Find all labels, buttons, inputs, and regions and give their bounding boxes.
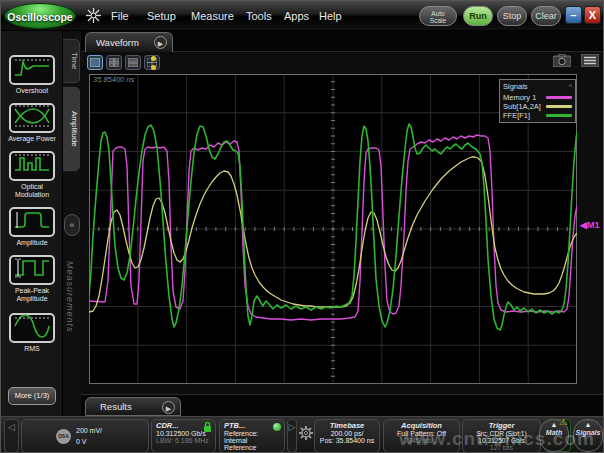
measurement-average-power[interactable]: Average Power	[6, 103, 58, 143]
screenshot-camera-icon[interactable]	[553, 53, 571, 71]
legend-row-memory1[interactable]: Memory 1	[503, 93, 572, 102]
tab-results[interactable]: Results ▶	[85, 397, 181, 416]
plot-menu-icon[interactable]	[581, 53, 599, 71]
waveform-tab-bar: Waveform ▶	[81, 31, 604, 52]
measurement-label: Amplitude	[6, 239, 58, 247]
measurement-label: Optical Modulation	[6, 183, 58, 199]
average-power-icon	[13, 104, 51, 132]
cdr-lock-icon	[203, 421, 212, 433]
math-button[interactable]: ▲ Math ⚠	[539, 419, 569, 452]
menu-setup[interactable]: Setup	[147, 1, 176, 31]
auto-scale-label-2: Scale	[420, 17, 456, 24]
measurement-peak-peak-amplitude[interactable]: Peak-Peak Amplitude	[6, 255, 58, 303]
ptb-line2: Internal Reference	[224, 437, 280, 451]
measurement-overshoot[interactable]: Overshoot	[6, 55, 58, 95]
measurement-label: Overshoot	[6, 87, 58, 95]
auto-scale-button[interactable]: Auto Scale	[419, 6, 457, 26]
marker-label: M1	[587, 220, 600, 230]
acquisition-line2: 2345 pts/...	[388, 437, 455, 444]
memory1-ground-marker[interactable]: ◀M1	[580, 220, 599, 230]
trigger-panel[interactable]: Trigger Src: CDR (Slot 1) 10.312507 Gb/s…	[462, 419, 541, 453]
acquisition-panel[interactable]: Acquisition Full Pattern: Off 2345 pts/.…	[383, 419, 460, 453]
tab-amplitude[interactable]: Amplitude	[63, 87, 80, 171]
auto-scale-label-1: Auto	[420, 10, 456, 17]
timebase-per-div: 200.00 ps/	[319, 430, 375, 437]
legend-row-sub[interactable]: Sub[1A,2A]	[503, 102, 572, 111]
legend-swatch-ffe	[546, 114, 572, 117]
oscilloscope-logo: Oscilloscope	[4, 3, 76, 29]
signals-expand-icon: ▲	[574, 420, 602, 429]
waveform-graticule[interactable]: 35.85400 ns Signals ^ Memory 1 Sub[1A,2A…	[89, 74, 577, 384]
timebase-panel[interactable]: Timebase 200.00 ps/ Pos: 35.85400 ns	[314, 419, 380, 453]
stop-button[interactable]: Stop	[497, 6, 527, 26]
run-button[interactable]: Run	[463, 6, 493, 26]
measurement-label: RMS	[6, 345, 58, 353]
measurement-optical-modulation[interactable]: Optical Modulation	[6, 151, 58, 199]
acquisition-title: Acquisition	[388, 421, 455, 430]
results-bar: Results ▶	[81, 394, 604, 416]
legend-row-ffe[interactable]: FFE[F1]	[503, 111, 572, 120]
results-tab-menu-icon[interactable]: ▶	[162, 401, 175, 414]
tab-time[interactable]: Time	[63, 39, 80, 83]
tab-waveform[interactable]: Waveform ▶	[85, 32, 173, 52]
settings-burst-icon[interactable]	[86, 8, 101, 27]
sidebar-collapse-button[interactable]: «	[64, 214, 80, 236]
channel-scale-panel[interactable]: DSA 200 mV/ 0 V	[21, 419, 149, 453]
ptb-title: PTB...	[224, 421, 280, 430]
ptb-status-dot	[273, 423, 281, 431]
trigger-rate: 10.312507 Gb/s	[467, 437, 536, 444]
peak-peak-amplitude-icon	[13, 256, 51, 284]
menu-apps[interactable]: Apps	[284, 1, 309, 31]
clear-button[interactable]: Clear	[531, 6, 561, 26]
measurements-sidebar: Overshoot Average Power Optical Modulati…	[1, 31, 63, 416]
measurement-rms[interactable]: RMS	[6, 313, 58, 353]
layout-stacked-button[interactable]	[125, 55, 141, 70]
scale-offset: 0 V	[76, 438, 87, 445]
ptb-line1: Reference:	[224, 430, 280, 437]
legend-title: Signals	[503, 82, 528, 92]
overshoot-icon	[13, 56, 51, 84]
menu-help[interactable]: Help	[319, 1, 342, 31]
layout-single-button[interactable]	[87, 55, 103, 70]
trigger-src: Src: CDR (Slot 1)	[467, 430, 536, 437]
waveform-tab-menu-icon[interactable]: ▶	[154, 36, 167, 49]
optical-modulation-icon	[13, 152, 51, 180]
ptb-panel[interactable]: PTB... Reference: Internal Reference	[219, 419, 285, 453]
bottom-status-bar: ◁ DSA 200 mV/ 0 V CDR... 10.312500 Gb/s …	[1, 416, 604, 453]
measurement-amplitude[interactable]: Amplitude	[6, 207, 58, 247]
menu-tools[interactable]: Tools	[246, 1, 272, 31]
math-warning-icon: ⚠	[559, 417, 567, 427]
acquisition-line1: Full Pattern: Off	[388, 430, 455, 437]
waveform-workspace: Waveform ▶ 35.85400 ns	[81, 31, 604, 416]
trigger-title: Trigger	[467, 421, 536, 430]
legend-swatch-sub	[546, 105, 572, 108]
scale-per-div: 200 mV/	[76, 427, 102, 434]
legend-collapse-icon[interactable]: ^	[568, 82, 572, 92]
menu-measure[interactable]: Measure	[191, 1, 234, 31]
more-measurements-button[interactable]: More (1/3)	[8, 387, 56, 405]
legend-swatch-memory1	[546, 96, 572, 99]
oscilloscope-window: Oscilloscope File Setup Measure Tools Ap…	[0, 0, 604, 453]
signals-button[interactable]: ▲ Signals	[573, 419, 603, 452]
waveform-tab-label: Waveform	[96, 37, 139, 48]
legend-label: FFE[F1]	[503, 111, 530, 120]
marker-dot[interactable]	[151, 65, 156, 70]
timebase-position-annotation: 35.85400 ns	[93, 75, 134, 84]
measurement-label: Peak-Peak Amplitude	[6, 287, 58, 303]
close-button[interactable]: X	[584, 6, 601, 24]
scroll-left-button[interactable]: ◁	[4, 419, 19, 453]
scroll-right-button[interactable]: ▷	[287, 419, 297, 453]
minimize-button[interactable]: –	[565, 6, 582, 24]
legend-label: Sub[1A,2A]	[503, 102, 541, 111]
plot-layout-toolbar	[87, 55, 160, 72]
marker-triangle-icon: ◀	[580, 220, 587, 230]
legend-label: Memory 1	[503, 93, 536, 102]
measurements-panel-label: Measurements	[65, 261, 75, 333]
math-label: Math	[540, 429, 568, 436]
menu-file[interactable]: File	[111, 1, 129, 31]
cdr-panel[interactable]: CDR... 10.312500 Gb/s LBW: 6.186 MHz	[151, 419, 216, 453]
signals-legend[interactable]: Signals ^ Memory 1 Sub[1A,2A] FFE[F1]	[499, 79, 576, 123]
marker-dot[interactable]	[151, 56, 156, 61]
layout-quad-button[interactable]	[106, 55, 122, 70]
channel-badge: DSA	[56, 429, 71, 444]
